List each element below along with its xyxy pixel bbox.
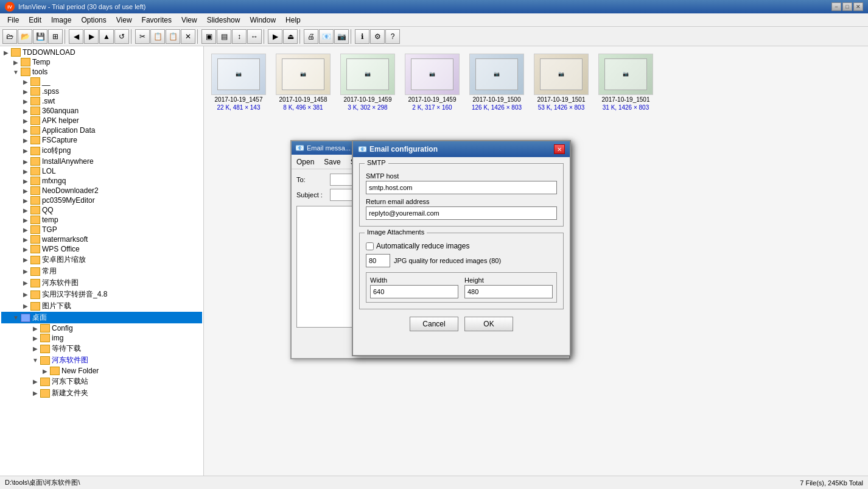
- app-logo: IV: [5, 2, 15, 12]
- tree-item[interactable]: ▶InstallAnywhere: [1, 157, 202, 166]
- toolbar-up[interactable]: ▲: [99, 29, 114, 44]
- toolbar-help[interactable]: ?: [385, 29, 400, 44]
- tree-item[interactable]: ▶Config: [1, 323, 202, 333]
- toolbar-print[interactable]: 🖨: [304, 29, 318, 44]
- menu-file[interactable]: File: [2, 15, 24, 26]
- toolbar-next[interactable]: ▶: [84, 29, 99, 44]
- thumbnail-item[interactable]: 📷2017-10-19_150153 K, 868 × 489: [531, 51, 591, 113]
- tree-item[interactable]: ▶常用: [1, 266, 202, 277]
- thumbnail-item[interactable]: 📷2017-10-19_1500126 K, 868 × 489: [467, 51, 527, 113]
- thumbnail-item[interactable]: 📷2017-10-19_14592 K, 317 × 160: [402, 51, 462, 113]
- thumbnail-name: 2017-10-19_1501: [602, 96, 650, 103]
- menu-view2[interactable]: View: [177, 15, 202, 26]
- tree-item[interactable]: ▶TGP: [1, 225, 202, 234]
- email-open[interactable]: Open: [294, 157, 317, 167]
- auto-reduce-checkbox[interactable]: [366, 242, 374, 250]
- toolbar-grid[interactable]: ▣: [201, 29, 216, 44]
- thumbnails-area: 📷2017-10-19_145722 K, 481 × 143📷2017-10-…: [209, 51, 863, 113]
- toolbar-settings[interactable]: ⚙: [370, 29, 385, 44]
- tree-item[interactable]: ▶mfxngq: [1, 176, 202, 186]
- tree-item[interactable]: ▶新建文件夹: [1, 387, 202, 399]
- tree-item[interactable]: ▶.spss: [1, 86, 202, 96]
- toolbar-new[interactable]: 🗁: [2, 29, 17, 44]
- toolbar-cut[interactable]: ✂: [135, 29, 150, 44]
- tree-item[interactable]: ▶Temp: [1, 57, 202, 67]
- toolbar-email[interactable]: 📧: [319, 29, 334, 44]
- tree-item[interactable]: ▼tools: [1, 67, 202, 77]
- toolbar-rotate[interactable]: ↺: [114, 29, 129, 44]
- tree-item[interactable]: ▶LOL: [1, 166, 202, 176]
- tree-item[interactable]: ▶New Folder: [1, 366, 202, 376]
- folder-icon: [30, 116, 40, 125]
- tree-item[interactable]: ▶temp: [1, 215, 202, 225]
- minimize-button[interactable]: −: [831, 2, 841, 11]
- tree-item[interactable]: ▶QQ: [1, 205, 202, 215]
- toolbar-open[interactable]: 📂: [18, 29, 32, 44]
- smtp-host-input[interactable]: [366, 181, 557, 194]
- file-tree[interactable]: ▶TDDOWNLOAD▶Temp▼tools▶__▶.spss▶.swt▶360…: [0, 46, 203, 476]
- thumbnail-item[interactable]: 📷2017-10-19_145722 K, 481 × 143: [209, 51, 268, 113]
- height-input[interactable]: [464, 285, 553, 298]
- toolbar-resize-w[interactable]: ↔: [247, 29, 262, 44]
- email-config-dialog[interactable]: 📧 Email configuration ✕ SMTP SMTP host R…: [352, 140, 571, 356]
- toolbar-list[interactable]: ▤: [217, 29, 231, 44]
- tree-item[interactable]: ▶pc0359MyEditor: [1, 195, 202, 205]
- tree-item[interactable]: ▶等待下载: [1, 343, 202, 354]
- toolbar-info[interactable]: ℹ: [355, 29, 369, 44]
- tree-item[interactable]: ▶实用汉字转拼音_4.8: [1, 289, 202, 300]
- tree-item[interactable]: ▶河东下载站: [1, 376, 202, 387]
- toolbar-capture[interactable]: 📷: [334, 29, 349, 44]
- cancel-button[interactable]: Cancel: [410, 317, 458, 331]
- toolbar-prev[interactable]: ◀: [69, 29, 83, 44]
- tree-item[interactable]: ▶河东软件图: [1, 277, 202, 289]
- ok-button[interactable]: OK: [464, 317, 513, 331]
- menu-window[interactable]: Window: [245, 15, 281, 26]
- email-msg-title: Email messa...: [307, 144, 351, 152]
- thumbnail-image: 📷: [405, 54, 460, 95]
- tree-item[interactable]: ▶图片下载: [1, 300, 202, 312]
- thumbnail-item[interactable]: 📷2017-10-19_150131 K, 868 × 489: [596, 51, 656, 113]
- maximize-button[interactable]: □: [842, 2, 852, 11]
- thumbnail-item[interactable]: 📷2017-10-19_14588 K, 496 × 381: [273, 51, 333, 113]
- tree-item[interactable]: ▶360anquan: [1, 106, 202, 116]
- tree-item[interactable]: ▶TDDOWNLOAD: [1, 47, 202, 57]
- width-input[interactable]: [370, 285, 458, 298]
- menu-view[interactable]: View: [111, 15, 137, 26]
- tree-item[interactable]: ▶watermarksoft: [1, 234, 202, 244]
- tree-item[interactable]: ▶Application Data: [1, 125, 202, 135]
- thumbnail-item[interactable]: 📷2017-10-19_14593 K, 302 × 298: [338, 51, 397, 113]
- tree-item[interactable]: ▶WPS Office: [1, 244, 202, 254]
- toolbar-eject[interactable]: ⏏: [283, 29, 298, 44]
- close-button[interactable]: ✕: [853, 2, 863, 11]
- tree-item[interactable]: ▶ico转png: [1, 145, 202, 157]
- email-config-close-button[interactable]: ✕: [554, 144, 565, 154]
- tree-item[interactable]: ▶__: [1, 77, 202, 86]
- toolbar-paste[interactable]: 📋: [166, 29, 180, 44]
- toolbar-slideshow[interactable]: ▶: [268, 29, 282, 44]
- smtp-group: SMTP SMTP host Return email address: [359, 163, 564, 227]
- folder-icon: [30, 167, 40, 175]
- menu-favorites[interactable]: Favorites: [137, 15, 177, 26]
- tree-item[interactable]: ▶APK helper: [1, 116, 202, 125]
- toolbar-save[interactable]: 💾: [33, 29, 47, 44]
- tree-item[interactable]: ▶FSCapture: [1, 135, 202, 145]
- toolbar-resize-h[interactable]: ↕: [232, 29, 247, 44]
- menu-help[interactable]: Help: [281, 15, 306, 26]
- return-email-input[interactable]: [366, 206, 557, 220]
- tree-item[interactable]: ▶.swt: [1, 96, 202, 106]
- menu-options[interactable]: Options: [76, 15, 111, 26]
- menu-image[interactable]: Image: [46, 15, 76, 26]
- tree-item[interactable]: ▶NeoDownloader2: [1, 186, 202, 195]
- toolbar-thumbnail[interactable]: ⊞: [48, 29, 63, 44]
- folder-icon: [30, 186, 40, 195]
- jpg-quality-input[interactable]: [366, 254, 390, 267]
- tree-item[interactable]: ▼桌面: [1, 312, 202, 323]
- menu-edit[interactable]: Edit: [24, 15, 46, 26]
- email-save[interactable]: Save: [321, 157, 343, 167]
- toolbar-copy[interactable]: 📋: [150, 29, 165, 44]
- tree-item[interactable]: ▼河东软件图: [1, 354, 202, 366]
- tree-item[interactable]: ▶img: [1, 333, 202, 343]
- toolbar-delete[interactable]: ✕: [181, 29, 195, 44]
- tree-item[interactable]: ▶安卓图片缩放: [1, 254, 202, 266]
- menu-slideshow[interactable]: Slideshow: [202, 15, 245, 26]
